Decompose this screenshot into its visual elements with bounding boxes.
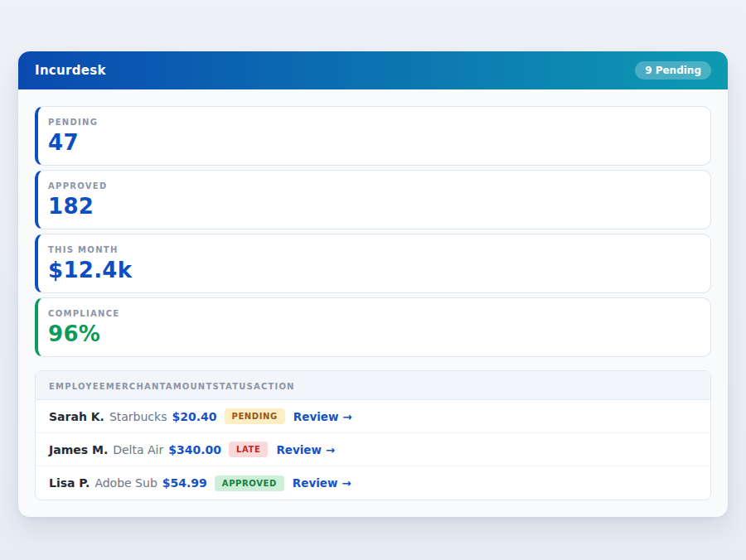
column-header-merchant: MERCHANT — [106, 382, 166, 391]
stat-card-compliance: COMPLIANCE 96% — [35, 297, 711, 357]
stat-label: APPROVED — [48, 181, 697, 191]
table-row[interactable]: James M. Delta Air $340.00 LATE Review → — [36, 433, 710, 466]
employee-name: James M. — [49, 443, 108, 456]
table-row[interactable]: Sarah K. Starbucks $20.40 PENDING Review… — [36, 400, 710, 433]
merchant-name: Starbucks — [109, 410, 167, 423]
employee-name: Sarah K. — [49, 410, 104, 423]
app-window: Incurdesk 9 Pending PENDING 47 APPROVED … — [18, 51, 728, 517]
stat-label: COMPLIANCE — [48, 309, 697, 318]
status-badge: LATE — [229, 442, 268, 457]
stat-value: 47 — [48, 130, 697, 155]
app-header: Incurdesk 9 Pending — [18, 51, 728, 89]
review-link[interactable]: Review → — [293, 410, 352, 423]
status-badge: APPROVED — [215, 476, 284, 491]
expense-amount: $54.99 — [162, 476, 207, 490]
review-link[interactable]: Review → — [293, 476, 351, 490]
column-header-employee: EMPLOYEE — [49, 382, 106, 391]
stat-card-this-month: THIS MONTH $12.4k — [35, 234, 711, 293]
table-row[interactable]: Lisa P. Adobe Sub $54.99 APPROVED Review… — [36, 466, 710, 500]
app-title: Incurdesk — [35, 63, 106, 78]
stat-label: PENDING — [48, 118, 697, 127]
review-link[interactable]: Review → — [276, 443, 335, 456]
stat-label: THIS MONTH — [48, 245, 697, 254]
merchant-name: Adobe Sub — [94, 476, 157, 490]
expense-amount: $340.00 — [168, 443, 221, 456]
stat-value: $12.4k — [48, 258, 697, 282]
expenses-table: EMPLOYEEMERCHANTAMOUNTSTATUSACTION Sarah… — [35, 370, 711, 500]
employee-name: Lisa P. — [49, 476, 90, 490]
status-badge: PENDING — [225, 408, 285, 424]
stat-value: 96% — [48, 321, 697, 346]
stat-card-approved: APPROVED 182 — [35, 170, 711, 229]
dashboard-body: PENDING 47 APPROVED 182 THIS MONTH $12.4… — [18, 89, 728, 517]
pending-count-badge[interactable]: 9 Pending — [635, 61, 711, 80]
column-header-amount: AMOUNT — [166, 382, 213, 391]
column-header-action: ACTION — [254, 382, 295, 391]
stat-value: 182 — [48, 194, 697, 219]
merchant-name: Delta Air — [113, 443, 163, 456]
stat-card-pending: PENDING 47 — [35, 106, 711, 166]
expenses-table-header: EMPLOYEEMERCHANTAMOUNTSTATUSACTION — [36, 371, 710, 400]
column-header-status: STATUS — [212, 382, 254, 391]
expense-amount: $20.40 — [172, 410, 216, 423]
